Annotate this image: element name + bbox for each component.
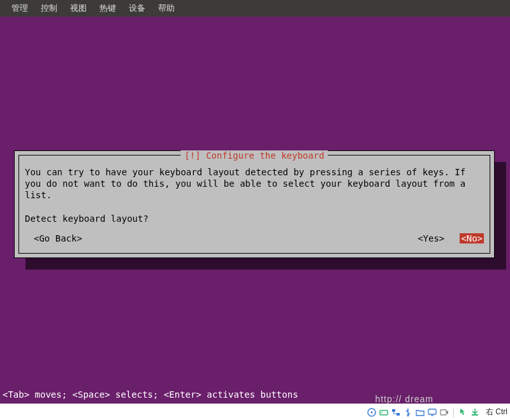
network-icon[interactable]	[391, 407, 401, 417]
menu-control[interactable]: 控制	[34, 3, 64, 14]
go-back-button[interactable]: <Go Back>	[34, 233, 82, 243]
svg-rect-9	[472, 414, 478, 416]
menu-hotkeys[interactable]: 热键	[93, 3, 122, 14]
dialog-title: [!] Configure the keyboard	[180, 150, 328, 161]
menu-devices[interactable]: 设备	[122, 3, 152, 14]
recording-icon[interactable]	[439, 407, 449, 417]
optical-drive-icon[interactable]	[367, 407, 377, 417]
no-button[interactable]: <No>	[460, 233, 484, 243]
menu-view[interactable]: 视图	[64, 3, 93, 14]
dialog-body: You can try to have your keyboard layout…	[25, 166, 484, 224]
menu-manage[interactable]: 管理	[5, 3, 34, 14]
svg-rect-7	[428, 409, 436, 414]
dialog-actions: <Go Back> <Yes> <No>	[25, 233, 484, 243]
shared-folder-icon[interactable]	[415, 407, 425, 417]
dialog-container: [!] Configure the keyboard You can try t…	[14, 150, 495, 258]
status-tray: 右 Ctrl	[367, 407, 507, 417]
vm-menubar: 管理 控制 视图 热键 设备 帮助	[0, 0, 510, 17]
dialog-text-2: Detect keyboard layout?	[25, 213, 484, 224]
svg-point-6	[407, 414, 409, 416]
svg-rect-2	[380, 410, 388, 415]
tray-separator	[453, 407, 454, 417]
hard-disk-icon[interactable]	[379, 407, 389, 417]
mouse-integration-icon[interactable]	[458, 407, 468, 417]
yes-button[interactable]: <Yes>	[418, 233, 444, 243]
keyboard-capture-icon[interactable]	[470, 407, 480, 417]
svg-rect-8	[441, 410, 446, 415]
host-key-label: 右 Ctrl	[486, 407, 507, 417]
help-bar: <Tab> moves; <Space> selects; <Enter> ac…	[3, 389, 298, 400]
svg-point-1	[371, 411, 373, 413]
usb-icon[interactable]	[403, 407, 413, 417]
svg-rect-5	[397, 413, 400, 416]
display-icon[interactable]	[427, 407, 437, 417]
svg-rect-4	[392, 409, 395, 412]
svg-point-3	[381, 412, 382, 413]
menu-help[interactable]: 帮助	[152, 3, 181, 14]
dialog-text-1: You can try to have your keyboard layout…	[25, 166, 484, 201]
configure-keyboard-dialog: [!] Configure the keyboard You can try t…	[14, 150, 495, 258]
vm-statusbar: http:// dream 右	[0, 403, 510, 420]
